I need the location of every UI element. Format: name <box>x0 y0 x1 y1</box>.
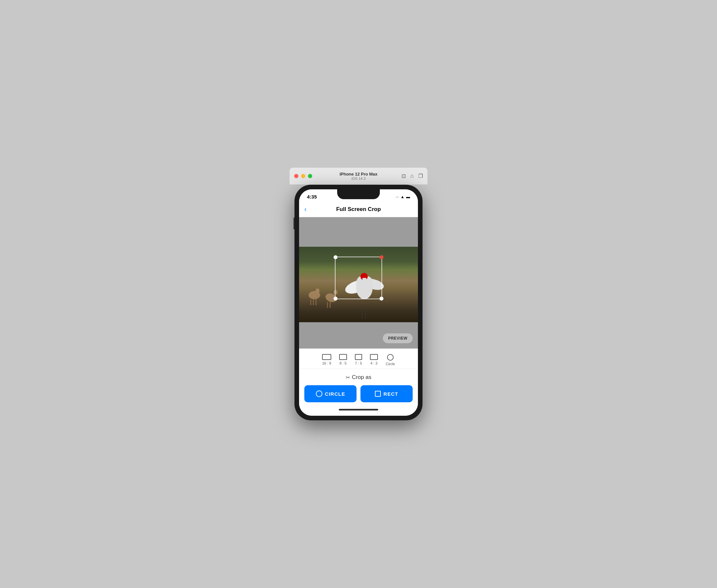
ios-version: iOS 14.3 <box>340 176 377 181</box>
circle-icon <box>316 391 322 397</box>
status-icons: ··· ▲ ▬ <box>395 194 410 199</box>
ratio-icon-16-9 <box>322 354 331 360</box>
ratio-label-4-3: 4 : 3 <box>370 361 377 365</box>
battery-icon: ▬ <box>406 194 410 199</box>
minimize-button[interactable] <box>301 174 305 178</box>
crop-as-section: ✂ Crop as CIRCLE RECT <box>299 369 418 405</box>
phone-screen: 4:35 ··· ▲ ▬ ‹ Full Screen Crop <box>299 189 418 416</box>
ratio-item-8-5[interactable]: 8 : 5 <box>339 354 347 366</box>
deer-figure <box>309 291 320 299</box>
phone-frame: 4:35 ··· ▲ ▬ ‹ Full Screen Crop <box>294 185 423 420</box>
circle-crop-button[interactable]: CIRCLE <box>304 385 356 402</box>
nav-bar: ‹ Full Screen Crop <box>299 202 418 217</box>
ratio-label-7-5: 7 : 5 <box>355 361 362 365</box>
ratio-icon-4-3 <box>370 354 378 360</box>
screenshot-icon[interactable]: ⊡ <box>402 173 406 179</box>
titlebar-icons: ⊡ ⌂ ❐ <box>402 173 423 179</box>
page-title: Full Screen Crop <box>336 206 381 213</box>
device-name: iPhone 12 Pro Max <box>340 172 377 176</box>
crop-overlay[interactable] <box>335 257 383 299</box>
image-bottom-overlay: PREVIEW <box>299 322 418 349</box>
traffic-lights <box>294 174 312 178</box>
circle-crop-label: CIRCLE <box>325 391 345 397</box>
titlebar-title: iPhone 12 Pro Max iOS 14.3 <box>340 172 377 181</box>
close-button[interactable] <box>294 174 299 178</box>
status-time: 4:35 <box>307 194 317 200</box>
ratio-item-4-3[interactable]: 4 : 3 <box>370 354 378 366</box>
ratio-icon-7-5 <box>355 354 362 360</box>
crop-as-label: Crop as <box>352 374 372 381</box>
crop-handle-bottom-left[interactable] <box>333 297 337 300</box>
rect-icon <box>375 391 381 397</box>
titlebar: iPhone 12 Pro Max iOS 14.3 ⊡ ⌂ ❐ <box>290 168 427 185</box>
ratio-selector: 16 : 9 8 : 5 7 : 5 4 : 3 Circle <box>299 349 418 369</box>
notch <box>337 189 380 199</box>
rect-crop-label: RECT <box>384 391 398 397</box>
home-icon[interactable]: ⌂ <box>410 173 414 179</box>
ratio-item-16-9[interactable]: 16 : 9 <box>322 354 331 366</box>
ratio-label-circle: Circle <box>386 362 395 366</box>
scissors-icon: ✂ <box>346 374 350 381</box>
ratio-item-circle[interactable]: Circle <box>386 354 395 366</box>
wifi-icon: ▲ <box>401 194 405 199</box>
ratio-label-16-9: 16 : 9 <box>322 361 331 365</box>
preview-button[interactable]: PREVIEW <box>383 333 413 343</box>
maximize-button[interactable] <box>308 174 312 178</box>
crop-as-title: ✂ Crop as <box>304 374 413 381</box>
ratio-label-8-5: 8 : 5 <box>340 361 346 365</box>
bird-legs <box>362 309 363 319</box>
back-button[interactable]: ‹ <box>304 205 307 213</box>
ratio-icon-8-5 <box>339 354 347 360</box>
crop-handle-top-left[interactable] <box>333 255 337 259</box>
deer-legs <box>310 299 316 305</box>
ratio-icon-circle <box>387 354 394 361</box>
image-main[interactable] <box>299 247 418 322</box>
home-indicator <box>299 405 418 416</box>
status-bar: 4:35 ··· ▲ ▬ <box>299 189 418 202</box>
rect-crop-button[interactable]: RECT <box>361 385 413 402</box>
signal-icon: ··· <box>395 194 399 199</box>
deer-head <box>315 289 320 293</box>
home-bar <box>339 409 378 411</box>
crop-buttons: CIRCLE RECT <box>304 385 413 402</box>
layers-icon[interactable]: ❐ <box>418 173 423 179</box>
image-top-overlay <box>299 217 418 247</box>
ratio-item-7-5[interactable]: 7 : 5 <box>355 354 362 366</box>
